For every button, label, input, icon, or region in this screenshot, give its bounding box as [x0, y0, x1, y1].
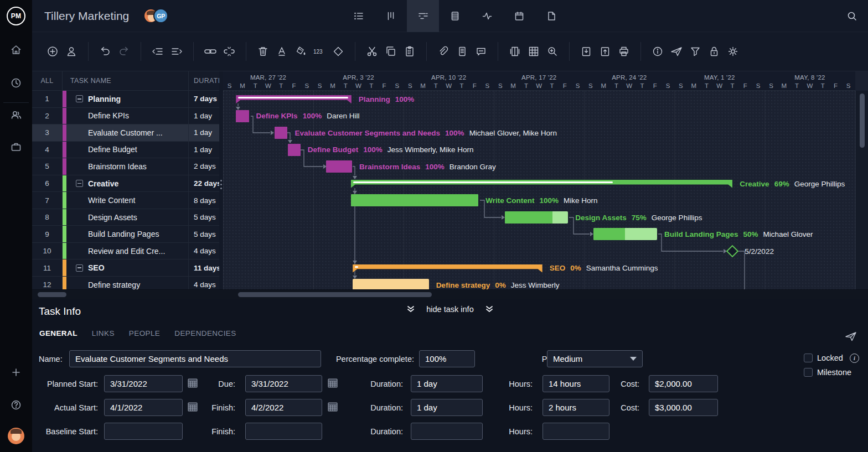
add-icon[interactable]	[0, 362, 32, 382]
profile-avatar[interactable]	[0, 426, 32, 446]
calendar-icon[interactable]	[327, 402, 339, 413]
print-icon[interactable]	[614, 42, 633, 61]
copy-icon[interactable]	[381, 42, 400, 61]
unlink-tasks-icon[interactable]	[220, 42, 239, 61]
finish-input[interactable]	[245, 423, 322, 440]
due-input[interactable]	[245, 375, 322, 392]
table-row[interactable]: 7Write Content8 days	[32, 192, 219, 209]
table-row[interactable]: 3Evaluate Customer ...1 day	[32, 124, 219, 142]
outdent-icon[interactable]	[148, 42, 167, 61]
table-row[interactable]: 9Build Landing Pages5 days	[32, 226, 219, 243]
duration-input[interactable]	[411, 375, 483, 392]
fill-color-icon[interactable]	[291, 42, 310, 61]
link-tasks-icon[interactable]	[201, 42, 220, 61]
calendar-icon[interactable]	[187, 402, 199, 413]
docs-view-tab[interactable]	[535, 0, 567, 32]
summary-bar[interactable]	[353, 264, 542, 273]
tab-dependencies[interactable]: DEPENDENCIES	[174, 329, 236, 337]
task-bar[interactable]	[275, 127, 287, 139]
calendar-view-tab[interactable]	[503, 0, 535, 32]
number-format-icon[interactable]: 123	[310, 42, 329, 61]
redo-icon[interactable]	[115, 42, 133, 61]
gantt-horizontal-scrollbar[interactable]	[238, 292, 432, 297]
vertical-scrollbar[interactable]	[860, 93, 865, 148]
home-icon[interactable]	[0, 40, 32, 60]
gantt-view-tab[interactable]	[407, 0, 439, 32]
board-view-tab[interactable]	[375, 0, 407, 32]
duration-input[interactable]	[411, 399, 483, 416]
calendar-icon[interactable]	[327, 378, 339, 389]
milestone-diamond[interactable]	[726, 245, 739, 258]
hide-task-info-button[interactable]: hide task info	[32, 305, 868, 314]
priority-select[interactable]: Medium	[547, 350, 643, 367]
table-row[interactable]: 10Review and Edit Cre...4 days	[32, 243, 219, 260]
column-task-name[interactable]: TASK NAME	[63, 77, 188, 85]
comment-icon[interactable]	[472, 42, 490, 61]
task-bar[interactable]	[505, 211, 568, 224]
add-task-icon[interactable]	[43, 42, 62, 61]
info-icon[interactable]	[648, 42, 667, 61]
table-horizontal-scrollbar[interactable]	[38, 292, 66, 297]
delete-icon[interactable]	[254, 42, 272, 61]
duration-input[interactable]	[411, 423, 483, 440]
attachment-icon[interactable]	[434, 42, 453, 61]
calendar-icon[interactable]	[187, 378, 199, 389]
collapse-icon[interactable]	[76, 95, 83, 102]
undo-icon[interactable]	[96, 42, 115, 61]
help-icon[interactable]	[0, 395, 32, 415]
baseline-start-input[interactable]	[104, 423, 183, 440]
notes-icon[interactable]	[453, 42, 472, 61]
task-bar[interactable]	[351, 194, 479, 206]
cut-icon[interactable]	[363, 42, 381, 61]
locked-checkbox[interactable]	[804, 354, 813, 362]
percentage-complete-input[interactable]	[419, 350, 475, 367]
collapse-icon[interactable]	[76, 264, 83, 272]
actual-start-input[interactable]	[104, 399, 183, 416]
manage-columns-icon[interactable]	[505, 42, 524, 61]
settings-icon[interactable]	[724, 42, 742, 61]
table-row[interactable]: 8Design Assets5 days	[32, 209, 219, 226]
hours-input[interactable]	[542, 423, 609, 440]
paste-icon[interactable]	[400, 42, 419, 61]
locked-info-icon[interactable]: i	[850, 354, 859, 363]
task-bar[interactable]	[326, 160, 352, 173]
font-style-icon[interactable]	[272, 42, 291, 61]
task-bar[interactable]	[236, 110, 249, 122]
team-icon[interactable]	[0, 105, 32, 125]
activity-view-tab[interactable]	[471, 0, 503, 32]
task-bar[interactable]	[288, 144, 301, 156]
member-avatars[interactable]: GP	[143, 8, 168, 23]
table-row[interactable]: 12Define strategy4 days	[32, 277, 219, 289]
task-bar[interactable]	[593, 228, 657, 240]
add-user-icon[interactable]	[62, 42, 81, 61]
portfolio-icon[interactable]	[0, 137, 32, 157]
filter-icon[interactable]	[686, 42, 705, 61]
collapse-icon[interactable]	[76, 180, 83, 187]
milestone-icon[interactable]	[329, 42, 348, 61]
table-row[interactable]: 2Define KPIs1 day	[32, 108, 219, 125]
grid-icon[interactable]	[524, 42, 543, 61]
name-input[interactable]	[69, 350, 321, 367]
table-row[interactable]: 1Planning7 days	[32, 91, 219, 108]
cost-input[interactable]	[649, 375, 718, 392]
pm-logo[interactable]: PM	[0, 0, 32, 32]
summary-bar[interactable]	[236, 95, 352, 103]
share-icon[interactable]	[667, 42, 686, 61]
search-icon[interactable]	[844, 8, 860, 24]
table-row[interactable]: 6Creative22 days	[32, 175, 219, 193]
finish-input[interactable]	[245, 399, 322, 416]
task-bar[interactable]	[353, 279, 428, 289]
table-gantt-splitter[interactable]	[219, 71, 223, 289]
sheet-view-tab[interactable]	[439, 0, 471, 32]
indent-icon[interactable]	[167, 42, 186, 61]
task-list-view-tab[interactable]	[343, 0, 375, 32]
column-all[interactable]: ALL	[32, 71, 63, 90]
table-row[interactable]: 5Brainstorm Ideas2 days	[32, 158, 219, 175]
import-icon[interactable]	[577, 42, 596, 61]
send-update-icon[interactable]	[844, 330, 858, 345]
tab-people[interactable]: PEOPLE	[129, 329, 160, 337]
zoom-in-icon[interactable]	[543, 42, 562, 61]
column-duration[interactable]: DURATION	[188, 71, 219, 90]
table-row[interactable]: 4Define Budget1 day	[32, 142, 219, 159]
planned-start-input[interactable]	[104, 375, 183, 392]
